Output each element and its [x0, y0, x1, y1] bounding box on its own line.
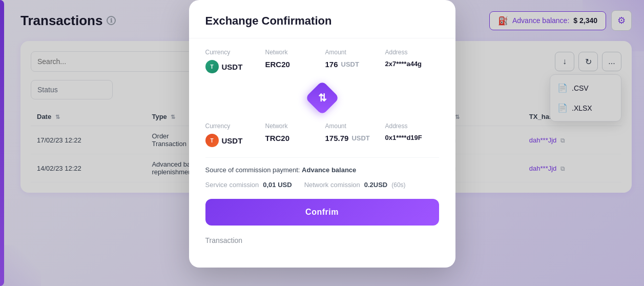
- from-address-col: Address 2x7****a44g: [385, 49, 439, 73]
- from-network-value: ERC20: [265, 60, 319, 69]
- to-cols: Currency T USDT Network TRC20 Amount 175…: [205, 122, 439, 147]
- commission-source: Source of commission payment: Advance ba…: [205, 166, 439, 174]
- from-currency-value: T USDT: [205, 60, 259, 73]
- from-amount-unit: USDT: [341, 60, 359, 68]
- modal-overlay: Exchange Confirmation Currency T USDT Ne…: [0, 0, 644, 286]
- network-commission-label: Network comission: [304, 181, 360, 189]
- commission-section: Source of commission payment: Advance ba…: [189, 158, 455, 189]
- from-amount-label: Amount: [325, 49, 379, 56]
- from-amount-number: 176: [325, 60, 338, 69]
- to-address-col: Address 0x1****d19F: [385, 122, 439, 147]
- network-commission-item: Network comission 0.2USD (60s): [304, 181, 406, 189]
- to-amount-col: Amount 175.79 USDT: [325, 122, 379, 147]
- from-address-label: Address: [385, 49, 439, 56]
- partial-visible-row: Transaction: [189, 226, 455, 255]
- to-currency-value: T USDT: [205, 134, 259, 147]
- to-network-label: Network: [265, 122, 319, 130]
- exchange-arrow-icon: ⇅: [318, 92, 326, 104]
- commission-source-value: Advance balance: [302, 166, 356, 174]
- from-cols: Currency T USDT Network ERC20 Amount 176…: [205, 49, 439, 73]
- to-address-label: Address: [385, 122, 439, 130]
- to-currency-col: Currency T USDT: [205, 122, 259, 147]
- service-commission-label: Service comission: [205, 181, 259, 189]
- to-amount-number: 175.79: [325, 134, 349, 142]
- from-amount-col: Amount 176 USDT: [325, 49, 379, 73]
- modal-header: Exchange Confirmation: [189, 0, 455, 38]
- to-amount-label: Amount: [325, 122, 379, 130]
- arrow-divider: ⇅: [189, 84, 455, 112]
- to-currency-label: Currency: [205, 122, 259, 130]
- exchange-arrow-diamond: ⇅: [305, 80, 340, 115]
- from-network-col: Network ERC20: [265, 49, 319, 73]
- network-commission-note: (60s): [391, 181, 405, 189]
- to-section: Currency T USDT Network TRC20 Amount 175…: [189, 112, 455, 157]
- from-address-value: 2x7****a44g: [385, 60, 439, 68]
- from-currency-text: USDT: [222, 63, 243, 71]
- from-currency-col: Currency T USDT: [205, 49, 259, 73]
- to-address-value: 0x1****d19F: [385, 134, 439, 141]
- confirm-section: Confrim: [189, 189, 455, 226]
- to-currency-icon: T: [205, 134, 219, 147]
- confirm-button[interactable]: Confrim: [205, 199, 439, 226]
- commission-row: Service comission 0,01 USD Network comis…: [205, 181, 439, 189]
- network-commission-value: 0.2USD: [364, 181, 388, 189]
- from-currency-label: Currency: [205, 49, 259, 56]
- to-network-value: TRC20: [265, 134, 319, 142]
- to-amount-unit: USDT: [351, 134, 369, 142]
- from-currency-icon: T: [205, 60, 219, 73]
- partial-row-type: Transaction: [205, 236, 243, 244]
- to-currency-text: USDT: [222, 136, 243, 145]
- from-amount-value: 176 USDT: [325, 60, 379, 69]
- exchange-confirmation-modal: Exchange Confirmation Currency T USDT Ne…: [189, 0, 455, 268]
- to-amount-value: 175.79 USDT: [325, 134, 379, 142]
- from-section: Currency T USDT Network ERC20 Amount 176…: [189, 38, 455, 84]
- modal-title: Exchange Confirmation: [205, 14, 439, 28]
- service-commission-item: Service comission 0,01 USD: [205, 181, 292, 189]
- commission-source-label: Source of commission payment:: [205, 166, 300, 174]
- to-network-col: Network TRC20: [265, 122, 319, 147]
- service-commission-value: 0,01 USD: [263, 181, 292, 189]
- from-network-label: Network: [265, 49, 319, 56]
